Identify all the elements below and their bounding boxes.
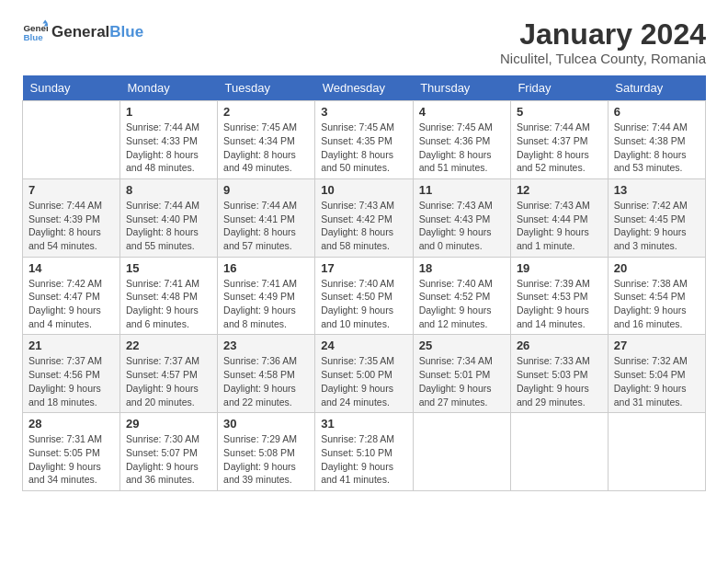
day-detail: Sunrise: 7:45 AMSunset: 4:35 PMDaylight:… <box>321 121 407 175</box>
day-detail: Sunrise: 7:32 AMSunset: 5:04 PMDaylight:… <box>614 354 700 408</box>
day-number: 26 <box>517 339 602 352</box>
day-detail: Sunrise: 7:41 AMSunset: 4:48 PMDaylight:… <box>126 277 211 331</box>
calendar-cell: 11Sunrise: 7:43 AMSunset: 4:43 PMDayligh… <box>413 178 510 257</box>
calendar-cell: 13Sunrise: 7:42 AMSunset: 4:45 PMDayligh… <box>608 178 705 257</box>
calendar-cell: 21Sunrise: 7:37 AMSunset: 4:56 PMDayligh… <box>23 335 120 413</box>
day-detail: Sunrise: 7:37 AMSunset: 4:57 PMDaylight:… <box>126 354 211 408</box>
day-number: 20 <box>614 261 700 275</box>
day-detail: Sunrise: 7:44 AMSunset: 4:41 PMDaylight:… <box>223 199 309 253</box>
day-detail: Sunrise: 7:44 AMSunset: 4:39 PMDaylight:… <box>28 199 114 253</box>
calendar-week-row: 14Sunrise: 7:42 AMSunset: 4:47 PMDayligh… <box>23 257 706 335</box>
logo: General Blue GeneralBlue <box>22 18 143 44</box>
logo-icon: General Blue <box>22 18 48 44</box>
calendar-cell: 7Sunrise: 7:44 AMSunset: 4:39 PMDaylight… <box>23 178 120 257</box>
day-number: 21 <box>28 339 114 352</box>
day-detail: Sunrise: 7:28 AMSunset: 5:10 PMDaylight:… <box>321 432 407 487</box>
day-detail: Sunrise: 7:33 AMSunset: 5:03 PMDaylight:… <box>517 354 602 408</box>
day-number: 11 <box>419 183 505 197</box>
calendar-cell: 2Sunrise: 7:45 AMSunset: 4:34 PMDaylight… <box>218 101 315 179</box>
day-detail: Sunrise: 7:29 AMSunset: 5:08 PMDaylight:… <box>223 432 309 487</box>
day-number: 5 <box>517 105 602 119</box>
calendar-cell: 18Sunrise: 7:40 AMSunset: 4:52 PMDayligh… <box>413 257 510 335</box>
day-number: 18 <box>419 261 505 275</box>
day-number: 16 <box>223 261 309 275</box>
calendar-cell: 27Sunrise: 7:32 AMSunset: 5:04 PMDayligh… <box>608 335 705 413</box>
header-day-monday: Monday <box>120 75 218 101</box>
calendar-cell: 30Sunrise: 7:29 AMSunset: 5:08 PMDayligh… <box>218 413 315 491</box>
day-number: 25 <box>419 339 505 352</box>
day-number: 13 <box>614 183 700 197</box>
logo-general-text: GeneralBlue <box>51 24 143 40</box>
calendar-cell <box>23 101 120 179</box>
day-detail: Sunrise: 7:41 AMSunset: 4:49 PMDaylight:… <box>223 277 309 331</box>
header-day-sunday: Sunday <box>23 75 120 101</box>
day-detail: Sunrise: 7:45 AMSunset: 4:36 PMDaylight:… <box>419 121 505 175</box>
day-detail: Sunrise: 7:36 AMSunset: 4:58 PMDaylight:… <box>223 354 309 408</box>
day-number: 8 <box>126 183 211 197</box>
day-detail: Sunrise: 7:42 AMSunset: 4:45 PMDaylight:… <box>614 199 700 253</box>
day-detail: Sunrise: 7:31 AMSunset: 5:05 PMDaylight:… <box>28 432 114 487</box>
day-number: 31 <box>321 417 407 431</box>
day-number: 30 <box>223 417 309 431</box>
calendar-cell: 4Sunrise: 7:45 AMSunset: 4:36 PMDaylight… <box>413 101 510 179</box>
header-day-thursday: Thursday <box>413 75 510 101</box>
calendar-cell: 3Sunrise: 7:45 AMSunset: 4:35 PMDaylight… <box>315 101 414 179</box>
day-number: 22 <box>126 339 211 352</box>
day-detail: Sunrise: 7:35 AMSunset: 5:00 PMDaylight:… <box>321 354 407 408</box>
calendar-cell: 14Sunrise: 7:42 AMSunset: 4:47 PMDayligh… <box>23 257 120 335</box>
calendar-cell: 1Sunrise: 7:44 AMSunset: 4:33 PMDaylight… <box>120 101 218 179</box>
day-number: 29 <box>126 417 211 431</box>
day-detail: Sunrise: 7:43 AMSunset: 4:42 PMDaylight:… <box>321 199 407 253</box>
calendar-cell: 5Sunrise: 7:44 AMSunset: 4:37 PMDaylight… <box>510 101 608 179</box>
calendar-cell: 15Sunrise: 7:41 AMSunset: 4:48 PMDayligh… <box>120 257 218 335</box>
day-number: 24 <box>321 339 407 352</box>
calendar-cell: 8Sunrise: 7:44 AMSunset: 4:40 PMDaylight… <box>120 178 218 257</box>
day-number: 2 <box>223 105 309 119</box>
day-detail: Sunrise: 7:40 AMSunset: 4:50 PMDaylight:… <box>321 277 407 331</box>
day-detail: Sunrise: 7:42 AMSunset: 4:47 PMDaylight:… <box>28 277 114 331</box>
day-number: 19 <box>517 261 602 275</box>
header-day-tuesday: Tuesday <box>218 75 315 101</box>
day-detail: Sunrise: 7:37 AMSunset: 4:56 PMDaylight:… <box>28 354 114 408</box>
calendar-cell: 28Sunrise: 7:31 AMSunset: 5:05 PMDayligh… <box>23 413 120 491</box>
day-number: 7 <box>28 183 114 197</box>
calendar-week-row: 7Sunrise: 7:44 AMSunset: 4:39 PMDaylight… <box>23 178 706 257</box>
day-detail: Sunrise: 7:44 AMSunset: 4:33 PMDaylight:… <box>126 121 211 175</box>
calendar-cell: 16Sunrise: 7:41 AMSunset: 4:49 PMDayligh… <box>218 257 315 335</box>
day-detail: Sunrise: 7:34 AMSunset: 5:01 PMDaylight:… <box>419 354 505 408</box>
calendar-cell: 31Sunrise: 7:28 AMSunset: 5:10 PMDayligh… <box>315 413 414 491</box>
day-number: 12 <box>517 183 602 197</box>
day-number: 15 <box>126 261 211 275</box>
calendar-cell: 12Sunrise: 7:43 AMSunset: 4:44 PMDayligh… <box>510 178 608 257</box>
day-number: 9 <box>223 183 309 197</box>
calendar-cell: 26Sunrise: 7:33 AMSunset: 5:03 PMDayligh… <box>510 335 608 413</box>
calendar-cell: 20Sunrise: 7:38 AMSunset: 4:54 PMDayligh… <box>608 257 705 335</box>
day-number: 28 <box>28 417 114 431</box>
calendar-cell: 22Sunrise: 7:37 AMSunset: 4:57 PMDayligh… <box>120 335 218 413</box>
calendar-table: SundayMondayTuesdayWednesdayThursdayFrid… <box>22 75 706 491</box>
day-detail: Sunrise: 7:43 AMSunset: 4:44 PMDaylight:… <box>517 199 602 253</box>
calendar-cell <box>510 413 608 491</box>
day-number: 3 <box>321 105 407 119</box>
calendar-cell: 24Sunrise: 7:35 AMSunset: 5:00 PMDayligh… <box>315 335 414 413</box>
calendar-cell: 29Sunrise: 7:30 AMSunset: 5:07 PMDayligh… <box>120 413 218 491</box>
header-day-wednesday: Wednesday <box>315 75 414 101</box>
svg-text:Blue: Blue <box>23 32 43 42</box>
day-detail: Sunrise: 7:44 AMSunset: 4:38 PMDaylight:… <box>614 121 700 175</box>
calendar-week-row: 1Sunrise: 7:44 AMSunset: 4:33 PMDaylight… <box>23 101 706 179</box>
day-number: 14 <box>28 261 114 275</box>
calendar-cell <box>413 413 510 491</box>
day-number: 27 <box>614 339 700 352</box>
day-number: 1 <box>126 105 211 119</box>
calendar-cell: 25Sunrise: 7:34 AMSunset: 5:01 PMDayligh… <box>413 335 510 413</box>
header-day-friday: Friday <box>510 75 608 101</box>
day-number: 10 <box>321 183 407 197</box>
day-detail: Sunrise: 7:44 AMSunset: 4:37 PMDaylight:… <box>517 121 602 175</box>
header: General Blue GeneralBlue January 2024 Ni… <box>22 18 706 66</box>
day-number: 17 <box>321 261 407 275</box>
day-detail: Sunrise: 7:39 AMSunset: 4:53 PMDaylight:… <box>517 277 602 331</box>
page-title: January 2024 <box>500 18 706 51</box>
day-number: 4 <box>419 105 505 119</box>
calendar-cell: 19Sunrise: 7:39 AMSunset: 4:53 PMDayligh… <box>510 257 608 335</box>
day-detail: Sunrise: 7:40 AMSunset: 4:52 PMDaylight:… <box>419 277 505 331</box>
